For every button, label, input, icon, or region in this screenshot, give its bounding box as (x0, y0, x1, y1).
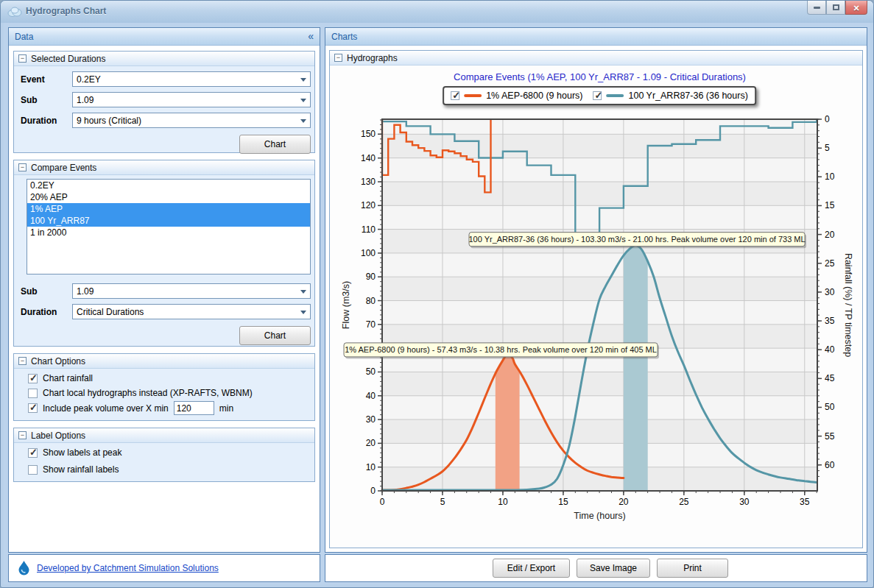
show-labels-at-peak-checkbox[interactable] (28, 448, 38, 458)
duration-dropdown[interactable]: 9 hours (Critical) (72, 113, 311, 128)
compare-sub-label: Sub (21, 286, 72, 297)
show-rainfall-labels-checkbox[interactable] (28, 465, 38, 475)
data-panel-title: Data (15, 32, 33, 42)
minimize-icon (814, 7, 820, 9)
svg-text:30: 30 (366, 414, 376, 425)
list-item[interactable]: 20% AEP (27, 191, 310, 203)
list-item[interactable]: 1 in 2000 (27, 227, 310, 238)
duration-value: 9 hours (Critical) (77, 116, 141, 126)
group-label-options: Label Options Show labels at peak Show r… (13, 428, 315, 482)
svg-text:5: 5 (440, 497, 445, 507)
svg-text:130: 130 (361, 177, 376, 187)
collapse-group-icon[interactable] (334, 54, 342, 62)
peak-volume-minutes-input[interactable] (174, 401, 214, 415)
collapse-panel-button[interactable]: « (308, 30, 314, 42)
svg-text:55: 55 (825, 431, 835, 442)
svg-text:80: 80 (366, 296, 376, 306)
peak-volume-checkbox[interactable] (28, 403, 38, 413)
svg-text:10: 10 (366, 462, 376, 472)
svg-text:1% AEP-6800 (9 hours) - 57.43: 1% AEP-6800 (9 hours) - 57.43 m3/s - 10.… (345, 345, 657, 354)
show-rainfall-labels-label: Show rainfall labels (43, 464, 119, 475)
restore-button[interactable] (826, 1, 845, 15)
window-controls (807, 1, 867, 15)
compare-duration-value: Critical Durations (77, 307, 144, 317)
svg-text:120: 120 (361, 200, 376, 210)
svg-text:15: 15 (558, 497, 568, 507)
event-value: 0.2EY (77, 74, 101, 85)
app-cloud-icon (7, 6, 22, 17)
close-button[interactable] (845, 1, 867, 15)
chart-rainfall-label: Chart rainfall (43, 373, 93, 383)
group-title: Hydrographs (347, 53, 398, 63)
svg-text:70: 70 (366, 319, 376, 330)
svg-text:0: 0 (370, 486, 376, 496)
group-title: Selected Durations (31, 54, 105, 64)
compare-duration-label: Duration (21, 307, 72, 317)
svg-text:50: 50 (366, 366, 376, 377)
app-window: Hydrographs Chart Data « Selected Durati… (0, 0, 874, 588)
sub-dropdown[interactable]: 1.09 (72, 92, 311, 107)
chevron-down-icon (300, 311, 306, 314)
charts-panel-content: Hydrographs Compare Events (1% AEP, 100 … (325, 46, 867, 552)
collapse-group-icon[interactable] (18, 431, 27, 439)
chevron-down-icon (300, 119, 306, 123)
svg-text:150: 150 (361, 129, 376, 139)
compare-duration-dropdown[interactable]: Critical Durations (72, 304, 311, 319)
chart-local-hydrographs-label: Chart local hydrographs instead (XP-RAFT… (43, 388, 253, 398)
svg-text:20: 20 (825, 230, 835, 240)
chevron-down-icon (300, 99, 306, 102)
svg-text:100 Yr_ARR87-36 (36 hours) - 1: 100 Yr_ARR87-36 (36 hours) - 103.30 m3/s… (468, 235, 805, 244)
footer-left: Developed by Catchment Simulation Soluti… (8, 554, 320, 582)
svg-text:25: 25 (679, 497, 689, 507)
compare-sub-dropdown[interactable]: 1.09 (72, 283, 311, 299)
data-panel: Data « Selected Durations Event 0.2EY (8, 27, 320, 553)
css-logo-icon (18, 560, 30, 576)
svg-text:30: 30 (825, 287, 835, 297)
list-item[interactable]: 1% AEP (27, 203, 310, 215)
collapse-group-icon[interactable] (18, 163, 27, 171)
charts-panel-header: Charts (325, 28, 867, 46)
charts-panel: Charts Hydrographs Compare Events (1% AE… (325, 27, 867, 553)
group-hydrographs: Hydrographs Compare Events (1% AEP, 100 … (329, 50, 863, 548)
chart-button-selected[interactable]: Chart (239, 135, 311, 154)
svg-text:30: 30 (739, 497, 750, 507)
svg-text:Time (hours): Time (hours) (574, 511, 625, 521)
list-item[interactable]: 100 Yr_ARR87 (27, 215, 310, 227)
collapse-group-icon[interactable] (18, 54, 27, 63)
chart-button-compare[interactable]: Chart (239, 326, 311, 345)
svg-text:10: 10 (498, 497, 508, 507)
list-item[interactable]: 0.2EY (27, 180, 310, 191)
svg-text:45: 45 (825, 373, 835, 383)
svg-text:10: 10 (825, 171, 835, 182)
window-body: Data « Selected Durations Event 0.2EY (4, 23, 870, 584)
peak-volume-label: Include peak volume over X min (43, 403, 169, 414)
collapse-group-icon[interactable] (18, 357, 27, 365)
sub-value: 1.09 (77, 95, 94, 105)
close-icon (853, 1, 859, 14)
group-selected-durations: Selected Durations Event 0.2EY Sub 1.09 (13, 51, 315, 153)
svg-text:40: 40 (366, 391, 376, 401)
print-button[interactable]: Print (657, 559, 728, 578)
show-labels-at-peak-label: Show labels at peak (43, 447, 121, 458)
developer-link[interactable]: Developed by Catchment Simulation Soluti… (37, 563, 219, 573)
edit-export-button[interactable]: Edit / Export (493, 559, 570, 578)
event-dropdown[interactable]: 0.2EY (72, 71, 311, 87)
chevron-down-icon (300, 290, 306, 294)
compare-events-list: 0.2EY 20% AEP 1% AEP 100 Yr_ARR87 1 in 2… (27, 179, 311, 274)
save-image-button[interactable]: Save Image (577, 559, 650, 578)
svg-text:60: 60 (825, 460, 835, 470)
hydrograph-chart: Compare Events (1% AEP, 100 Yr_ARR87 - 1… (330, 65, 862, 539)
chart-local-hydrographs-checkbox[interactable] (28, 389, 38, 398)
svg-text:25: 25 (825, 258, 835, 269)
svg-text:50: 50 (825, 402, 835, 412)
charts-panel-title: Charts (331, 32, 357, 42)
svg-text:40: 40 (825, 344, 835, 355)
minimize-button[interactable] (807, 1, 826, 15)
event-label: Event (21, 74, 72, 85)
svg-text:140: 140 (361, 153, 376, 163)
data-panel-header: Data « (9, 28, 320, 46)
chart-plot: 0102030405060708090100110120130140150051… (330, 65, 862, 539)
data-panel-content: Selected Durations Event 0.2EY Sub 1.09 (9, 46, 320, 552)
chart-rainfall-checkbox[interactable] (28, 374, 38, 383)
svg-text:5: 5 (825, 143, 830, 153)
